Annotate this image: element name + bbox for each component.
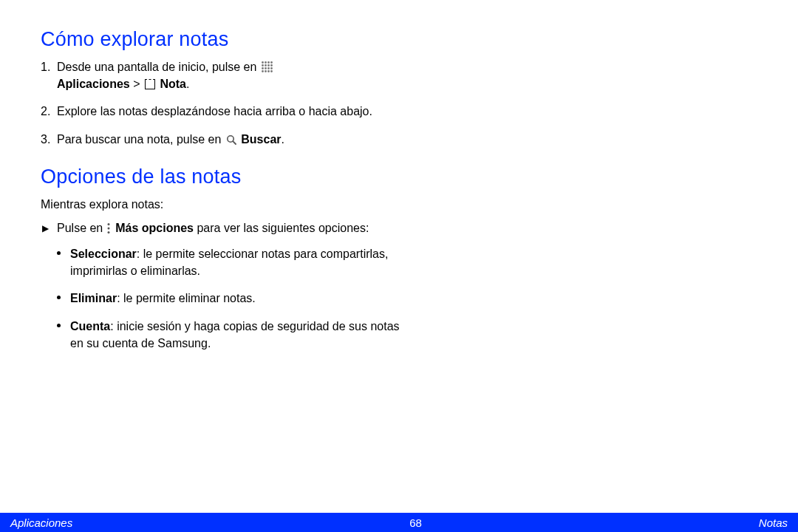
svg-point-1 <box>265 61 267 64</box>
lead-pre: Pulse en <box>57 222 106 234</box>
svg-point-14 <box>267 70 270 72</box>
more-options-label: Más opciones <box>112 222 194 234</box>
apps-label: Aplicaciones <box>57 78 130 90</box>
memo-label: Nota <box>157 78 186 90</box>
option-name: Seleccionar <box>70 248 137 260</box>
search-icon <box>226 134 236 145</box>
option-desc: : le permite eliminar notas. <box>117 292 256 304</box>
step-number: 3. <box>41 131 50 148</box>
svg-point-11 <box>270 67 273 69</box>
option-select: Seleccionar: le permite seleccionar nota… <box>70 245 410 279</box>
heading-browse-notes: Cómo explorar notas <box>41 28 410 51</box>
svg-point-4 <box>262 64 264 66</box>
svg-point-18 <box>107 223 109 225</box>
options-intro: Mientras explora notas: <box>41 196 410 213</box>
option-account: Cuenta: inicie sesión y haga copias de s… <box>70 318 410 352</box>
step-text: Para buscar una nota, pulse en <box>57 133 225 146</box>
svg-point-3 <box>270 61 273 64</box>
footer-page-number: 68 <box>409 516 422 529</box>
step-text: Desde una pantalla de inicio, pulse en <box>57 61 260 73</box>
period: . <box>186 78 189 90</box>
step-3: 3. Para buscar una nota, pulse en Buscar… <box>57 131 410 148</box>
more-options-icon <box>106 222 111 234</box>
svg-point-8 <box>262 67 264 69</box>
more-options-lead: Pulse en Más opciones para ver las sigui… <box>41 222 410 235</box>
step-text: Explore las notas desplazándose hacia ar… <box>57 105 372 117</box>
svg-point-6 <box>267 64 270 66</box>
svg-point-5 <box>265 64 267 66</box>
options-sublist: Seleccionar: le permite seleccionar nota… <box>41 245 410 352</box>
option-name: Eliminar <box>70 292 117 304</box>
svg-point-19 <box>107 227 109 229</box>
step-number: 2. <box>41 103 50 120</box>
svg-point-13 <box>265 70 267 72</box>
svg-point-12 <box>262 70 264 72</box>
lead-post: para ver las siguientes opciones: <box>194 222 369 234</box>
svg-point-10 <box>267 67 270 69</box>
option-desc: : inicie sesión y haga copias de segurid… <box>70 320 400 349</box>
svg-point-2 <box>267 61 270 64</box>
option-delete: Eliminar: le permite eliminar notas. <box>70 290 410 307</box>
footer-left: Aplicaciones <box>10 516 72 529</box>
browse-steps-list: 1. Desde una pantalla de inicio, pulse e… <box>41 58 410 148</box>
search-label: Buscar <box>238 133 282 146</box>
page-content: Cómo explorar notas 1. Desde una pantall… <box>41 28 410 352</box>
svg-point-9 <box>265 67 267 69</box>
page-footer: Aplicaciones 68 Notas <box>0 513 798 532</box>
period: . <box>282 133 284 146</box>
footer-right: Notas <box>759 516 788 529</box>
step-1: 1. Desde una pantalla de inicio, pulse e… <box>57 58 410 92</box>
svg-point-15 <box>270 70 273 72</box>
step-number: 1. <box>41 58 50 75</box>
memo-icon <box>145 79 155 89</box>
svg-point-20 <box>107 231 109 233</box>
svg-point-7 <box>270 64 273 66</box>
breadcrumb-sep: > <box>130 78 143 90</box>
option-name: Cuenta <box>70 320 110 332</box>
svg-point-0 <box>262 61 264 64</box>
apps-grid-icon <box>262 61 273 72</box>
svg-line-17 <box>233 141 236 144</box>
heading-note-options: Opciones de las notas <box>41 166 410 188</box>
step-2: 2. Explore las notas desplazándose hacia… <box>57 103 410 120</box>
